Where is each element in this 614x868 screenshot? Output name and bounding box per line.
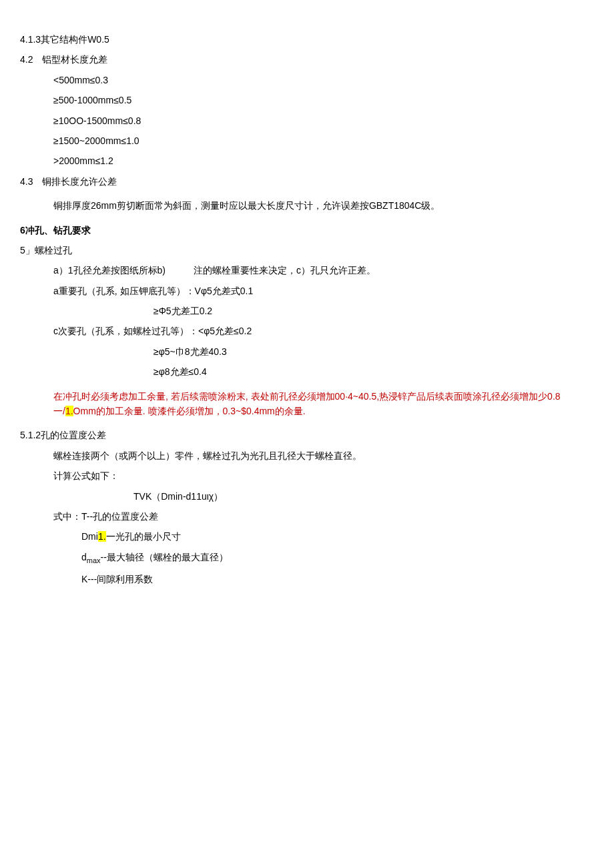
where-Dmin: Dmi1.一光孔的最小尺寸 [20,529,594,544]
section-5-1-2-header: 5.1.2孔的位置度公差 [20,428,594,442]
tolerance-item: ≥1500~2000mm≤1.0 [20,133,594,148]
section-4-3-body: 铜排厚度26mm剪切断面常为斜面，测量时应以最大长度尺寸计，允许误差按GBZT1… [20,198,594,213]
minor-hole-3: ≥φ8允差≤0.4 [20,364,594,379]
tolerance-item: ≥500-1000mm≤0.5 [20,93,594,107]
minor-hole: c次要孔（孔系，如螺栓过孔等）：<φ5允差≤0.2 [20,324,594,338]
section-4-3-header: 4.3 铜排长度允许公差 [20,174,594,189]
dmi-pre: Dmi [81,531,98,542]
dmax-pre: d [81,552,87,562]
section-4-2-header: 4.2 铝型材长度允差 [20,52,594,67]
tolerance-item: ≥10OO-1500mm≤0.8 [20,113,594,128]
section-5-1-header: 5」螺栓过孔 [20,243,594,258]
tolerance-item: >2000mm≤1.2 [20,153,594,168]
dmax-subscript: max [87,556,101,564]
where-K: K---间隙利用系数 [20,572,594,586]
section-6-header: 6冲孔、钻孔要求 [20,223,594,238]
where-T: 式中：T--孔的位置度公差 [20,509,594,524]
tolerance-item: <500mm≤0.3 [20,73,594,87]
formula: TVK（Dmin-d11uιχ） [20,489,594,504]
minor-hole-2: ≥φ5~巾8尤差40.3 [20,344,594,359]
clause-a: a）1孔径允差按图纸所标b) 注的螺栓重要性来决定，c）孔只允许正差。 [20,263,594,278]
highlight-text: 1. [98,531,106,542]
dmi-post: 一光孔的最小尺寸 [106,531,181,542]
important-hole: a重要孔（孔系, 如压钾底孔等）：Vφ5允差式0.1 [20,284,594,298]
important-hole-2: ≥Φ5尤差工0.2 [20,304,594,318]
item-4-1-3: 4.1.3其它结构件W0.5 [20,32,594,47]
bolt-description: 螺栓连接两个（或两个以上）零件，螺栓过孔为光孔且孔径大于螺栓直径。 [20,448,594,463]
red-note: 在冲孔时必须考虑加工余量, 若后续需喷涂粉末, 表处前孔径必须增加00·4~40… [20,389,594,419]
formula-intro: 计算公式如下： [20,468,594,483]
where-dmax: dmax--最大轴径（螺栓的最大直径） [20,550,594,566]
dmax-post: --最大轴径（螺栓的最大直径） [101,552,228,562]
highlight-text: 1. [65,406,73,416]
red-note-post: Omm的加工余量. 喷漆件必须増加，0.3~$0.4mm的余量. [73,406,306,416]
